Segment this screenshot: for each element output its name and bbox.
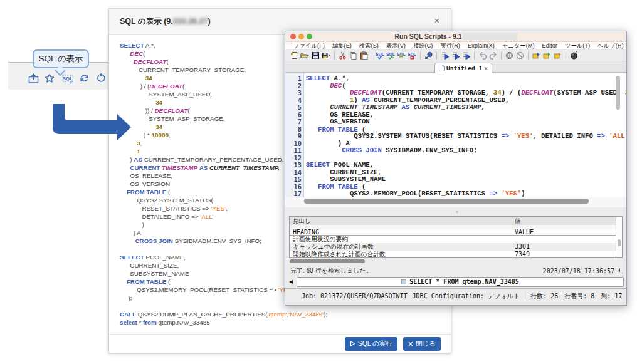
sql-check-icon[interactable]: SQL	[376, 51, 385, 60]
menu-c[interactable]: 接続(C)	[409, 42, 437, 50]
menu-s[interactable]: 検索(S)	[355, 42, 382, 50]
scroll-tabs-left-icon[interactable]: ◀	[289, 279, 297, 284]
results-table[interactable]: 見出し 値 HEADING VALUE 計画使用状況の要約キャッシュ中の現在の計…	[289, 216, 623, 258]
syntax-kw: CURRENT	[130, 164, 160, 171]
menu-v[interactable]: 表示(V)	[382, 42, 409, 50]
history-icon[interactable]	[569, 51, 579, 60]
syntax-pl: POOL_NAME,	[330, 161, 374, 169]
share-icon[interactable]	[28, 73, 39, 83]
splitter-handle[interactable]	[456, 211, 458, 213]
zoom-traffic-light[interactable]	[307, 34, 312, 39]
save-icon[interactable]	[311, 51, 320, 60]
save-results-icon[interactable]	[617, 268, 623, 274]
results-horizontal-scrollbar[interactable]	[289, 259, 623, 264]
results-vscroll-thumb[interactable]	[618, 239, 621, 246]
menu-h[interactable]: ヘルプ(H)	[594, 42, 627, 50]
syntax-pl: QSYS2.SYSTEM_STATUS(	[120, 197, 213, 204]
sql-wizard-icon[interactable]: SQL	[397, 51, 406, 60]
syntax-kw: CROSS JOIN	[135, 237, 173, 244]
sql-error-icon[interactable]: SQL	[408, 51, 417, 60]
dialog-title-text: SQL の表示 (9.	[120, 17, 173, 26]
dialog-close-icon[interactable]: ×	[434, 16, 439, 25]
undo-icon[interactable]	[478, 51, 487, 60]
close-dialog-button[interactable]: 閉じる	[403, 337, 441, 351]
line-number: 3	[285, 90, 302, 97]
menu-r[interactable]: 実行(R)	[436, 42, 464, 50]
tab-untitled-1[interactable]: Untitled 1 ×	[434, 63, 492, 73]
line-number: 11	[285, 147, 302, 155]
menu-editor[interactable]: Editor	[539, 43, 561, 49]
show-sql-icon[interactable]: SQL	[62, 73, 74, 83]
table-row[interactable]: 計画使用状況の要約	[290, 236, 622, 243]
minimize-traffic-light[interactable]	[298, 34, 304, 39]
run-sql-scripts-window: Run SQL Scripts - 9.1 ファイル(F)編集(E)検索(S)表…	[285, 31, 627, 306]
sql-format-icon[interactable]: SQL	[386, 51, 396, 60]
cancel-icon[interactable]	[515, 51, 525, 60]
syntax-fn: DECFLOAT	[149, 83, 182, 90]
run-from-icon[interactable]	[461, 51, 471, 60]
row-count-label: 行数: 26	[530, 293, 558, 299]
syntax-pl	[306, 96, 350, 104]
run-selected-icon[interactable]	[451, 51, 460, 60]
window-titlebar[interactable]: Run SQL Scripts - 9.1	[285, 31, 626, 42]
pause-icon[interactable]	[505, 51, 514, 60]
toolbar-separator	[372, 52, 372, 60]
refresh-icon[interactable]	[79, 73, 90, 83]
results-hscroll-thumb[interactable]	[290, 259, 365, 263]
text-cursor	[366, 126, 366, 132]
table-row[interactable]: 開始以降作成された計画の合計数7349	[290, 251, 622, 258]
star-icon[interactable]	[45, 73, 55, 83]
table-row[interactable]: キャッシュ中の現在の計画数3301	[290, 243, 622, 251]
syntax-num: 1	[137, 148, 140, 155]
insert-examples-icon[interactable]	[542, 51, 552, 60]
column-name-heading[interactable]: HEADING	[290, 229, 512, 235]
redo-icon[interactable]	[488, 51, 498, 60]
syntax-pl: SUBSYSTEM_NAME	[120, 270, 189, 277]
close-traffic-light[interactable]	[290, 34, 296, 39]
menu-m[interactable]: モニター(M)	[498, 42, 539, 50]
revert-icon[interactable]	[96, 73, 106, 83]
run-sql-button[interactable]: SQL の実行	[345, 337, 397, 351]
editor-line: 11 CROSS JOIN SYSIBMADM.ENV_SYS_INFO;	[285, 147, 626, 155]
syntax-str: 'NAV_33485'	[288, 311, 324, 318]
syntax-pl	[120, 50, 130, 57]
syntax-sp: CURRENT TIMESTAMP	[330, 103, 397, 111]
syntax-pl: QSYS2.DUMP_PLAN_CACHE_PROPERTIES(	[136, 311, 267, 318]
insert-generated-sql-icon[interactable]	[532, 51, 541, 60]
redacted-host	[463, 33, 517, 40]
sql-editor[interactable]: 1SELECT A.*,2 DEC(3 DECFLOAT(CURRENT_TEM…	[285, 73, 626, 207]
run-all-icon[interactable]	[440, 51, 450, 60]
result-tab[interactable]: SELECT * FROM qtemp.NAV_33485	[297, 277, 624, 287]
results-vertical-scrollbar[interactable]	[616, 217, 622, 257]
connect-icon[interactable]	[424, 51, 433, 60]
syntax-pl: SYSTEM_ASP_USED,	[120, 91, 212, 98]
new-script-icon[interactable]	[290, 51, 299, 60]
copy-icon[interactable]	[349, 51, 358, 60]
menu-e[interactable]: 編集(E)	[329, 42, 355, 50]
syntax-pl: POOL_NAME,	[144, 254, 186, 261]
editor-vertical-scrollbar-thumb[interactable]	[616, 76, 620, 110]
cut-icon[interactable]	[338, 51, 347, 60]
column-label-value[interactable]: 値	[512, 217, 622, 225]
syntax-kw: AS	[134, 156, 142, 163]
save-as-icon[interactable]	[322, 51, 331, 60]
syntax-pl	[120, 58, 134, 65]
column-label-heading[interactable]: 見出し	[290, 217, 512, 225]
tab-close-icon[interactable]: ×	[484, 65, 487, 71]
editor-line-text: OS_VERSION	[302, 118, 370, 126]
syntax-pl: OS_VERSION	[306, 118, 370, 125]
completion-message: 完了: 60 行を検索しました。	[290, 266, 372, 275]
menu-f[interactable]: ファイル(F)	[290, 42, 329, 50]
timestamp: 2023/07/18 17:36:57	[543, 268, 614, 274]
editor-hscroll-thumb[interactable]	[304, 199, 589, 204]
column-name-value[interactable]: VALUE	[512, 229, 622, 235]
insert-templates-icon[interactable]	[553, 51, 562, 60]
open-icon[interactable]	[300, 51, 310, 60]
paste-icon[interactable]	[359, 51, 369, 60]
grid-icon	[401, 279, 406, 284]
editor-horizontal-scrollbar[interactable]	[285, 197, 626, 207]
menu-explainx[interactable]: Explain(X)	[464, 43, 498, 49]
menu-t[interactable]: ツール(T)	[561, 42, 594, 50]
syntax-kw: =>	[489, 190, 497, 197]
syntax-kw: SELECT	[120, 254, 144, 261]
